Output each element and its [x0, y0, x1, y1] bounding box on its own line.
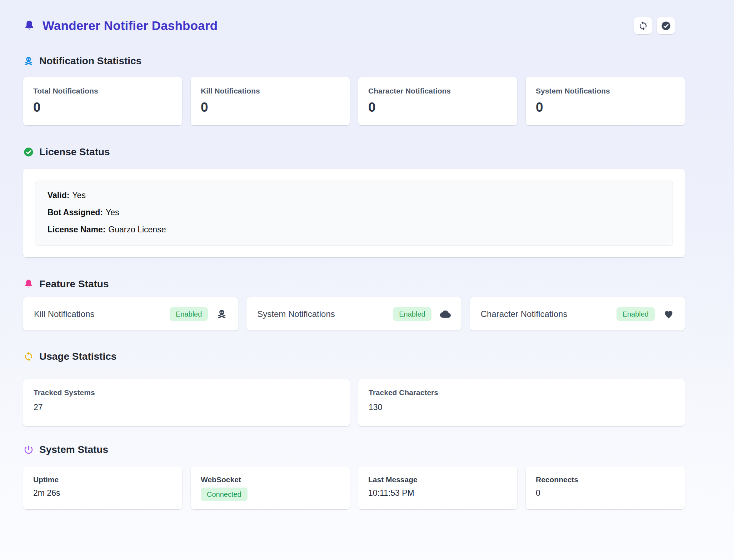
system-card-websocket: WebSocket Connected	[191, 466, 350, 509]
skull-crossbones-icon	[216, 309, 227, 319]
system-label: WebSocket	[201, 475, 340, 484]
license-valid-line: Valid:Yes	[48, 190, 660, 200]
dashboard-page: Wanderer Notifier Dashboard Notification…	[0, 0, 734, 509]
status-badge: Enabled	[170, 307, 208, 321]
section-title: Feature Status	[39, 278, 109, 290]
status-badge: Enabled	[616, 307, 655, 321]
system-card-uptime: Uptime 2m 26s	[23, 466, 182, 509]
stat-value: 0	[33, 100, 172, 115]
stat-value: 0	[368, 100, 507, 115]
header: Wanderer Notifier Dashboard	[23, 16, 685, 35]
page-title: Wanderer Notifier Dashboard	[43, 19, 218, 33]
usage-grid: Tracked Systems 27 Tracked Characters 13…	[23, 379, 685, 426]
system-value: 10:11:53 PM	[368, 488, 507, 498]
refresh-icon	[23, 351, 34, 362]
field-label: Bot Assigned:	[48, 208, 103, 217]
license-name-line: License Name:Guarzo License	[48, 224, 660, 234]
confirm-button[interactable]	[657, 17, 675, 34]
stat-value: 0	[201, 100, 340, 115]
license-bot-line: Bot Assigned:Yes	[48, 207, 660, 217]
stat-card-system: System Notifications 0	[526, 77, 685, 125]
feature-status-wrap: Enabled	[393, 307, 450, 321]
feature-status-wrap: Enabled	[616, 307, 674, 321]
power-icon	[23, 444, 34, 455]
check-circle-icon	[23, 147, 34, 157]
system-status-section: System Status Uptime 2m 26s WebSocket Co…	[23, 444, 685, 509]
system-card-reconnects: Reconnects 0	[526, 466, 685, 509]
system-value: 2m 26s	[33, 488, 172, 498]
refresh-icon	[638, 21, 648, 31]
field-value: Yes	[106, 208, 119, 217]
system-value: 0	[536, 488, 675, 498]
field-value: Yes	[72, 191, 86, 200]
usage-card-characters: Tracked Characters 130	[358, 379, 685, 426]
system-grid: Uptime 2m 26s WebSocket Connected Last M…	[23, 466, 685, 509]
feature-card-kill: Kill Notifications Enabled	[23, 297, 238, 331]
usage-label: Tracked Systems	[34, 388, 339, 397]
status-badge: Enabled	[393, 307, 431, 321]
check-circle-icon	[661, 21, 671, 31]
system-label: Last Message	[368, 475, 507, 484]
notification-statistics-section: Notification Statistics Total Notificati…	[23, 55, 685, 125]
license-card: Valid:Yes Bot Assigned:Yes License Name:…	[23, 169, 685, 257]
heart-icon	[663, 309, 674, 319]
section-title: System Status	[39, 444, 108, 455]
field-value: Guarzo License	[108, 225, 166, 234]
usage-card-systems: Tracked Systems 27	[23, 379, 350, 426]
system-card-last-message: Last Message 10:11:53 PM	[358, 466, 517, 509]
field-label: License Name:	[48, 225, 105, 234]
bell-icon	[23, 19, 35, 33]
usage-value: 130	[369, 403, 674, 412]
feature-label: System Notifications	[257, 309, 335, 319]
cloud-icon	[440, 309, 451, 319]
system-label: Uptime	[33, 475, 172, 484]
stat-label: Character Notifications	[368, 87, 507, 95]
usage-statistics-section: Usage Statistics Tracked Systems 27 Trac…	[23, 350, 685, 426]
stat-label: Total Notifications	[33, 87, 172, 95]
stat-card-character: Character Notifications 0	[358, 77, 517, 125]
usage-label: Tracked Characters	[369, 388, 674, 397]
section-header: System Status	[23, 444, 685, 456]
feature-status-section: Feature Status Kill Notifications Enable…	[23, 278, 685, 331]
skull-crossbones-icon	[23, 56, 34, 66]
stat-card-kill: Kill Notifications 0	[191, 77, 350, 125]
bell-icon	[23, 279, 34, 289]
feature-status-wrap: Enabled	[170, 307, 227, 321]
field-label: Valid:	[48, 191, 69, 200]
section-title: License Status	[39, 146, 110, 158]
stat-label: Kill Notifications	[201, 87, 340, 95]
license-details: Valid:Yes Bot Assigned:Yes License Name:…	[35, 181, 673, 246]
license-status-section: License Status Valid:Yes Bot Assigned:Ye…	[23, 146, 685, 257]
section-header: License Status	[23, 146, 685, 158]
title-wrap: Wanderer Notifier Dashboard	[23, 19, 218, 33]
section-title: Notification Statistics	[39, 55, 141, 67]
section-title: Usage Statistics	[39, 351, 116, 362]
feature-card-system: System Notifications Enabled	[246, 297, 461, 331]
feature-card-character: Character Notifications Enabled	[470, 297, 685, 331]
feature-label: Kill Notifications	[34, 309, 94, 319]
refresh-button[interactable]	[634, 17, 652, 34]
stat-card-total: Total Notifications 0	[23, 77, 182, 125]
topbar-actions	[634, 17, 675, 34]
section-header: Feature Status	[23, 278, 685, 290]
stat-value: 0	[536, 100, 675, 115]
connection-badge: Connected	[201, 488, 248, 501]
usage-value: 27	[34, 403, 339, 412]
section-header: Usage Statistics	[23, 350, 685, 363]
stats-grid: Total Notifications 0 Kill Notifications…	[23, 77, 685, 125]
system-label: Reconnects	[536, 475, 675, 484]
features-grid: Kill Notifications Enabled System Notifi…	[23, 297, 685, 331]
stat-label: System Notifications	[536, 87, 675, 95]
feature-label: Character Notifications	[481, 309, 568, 319]
section-header: Notification Statistics	[23, 55, 685, 67]
